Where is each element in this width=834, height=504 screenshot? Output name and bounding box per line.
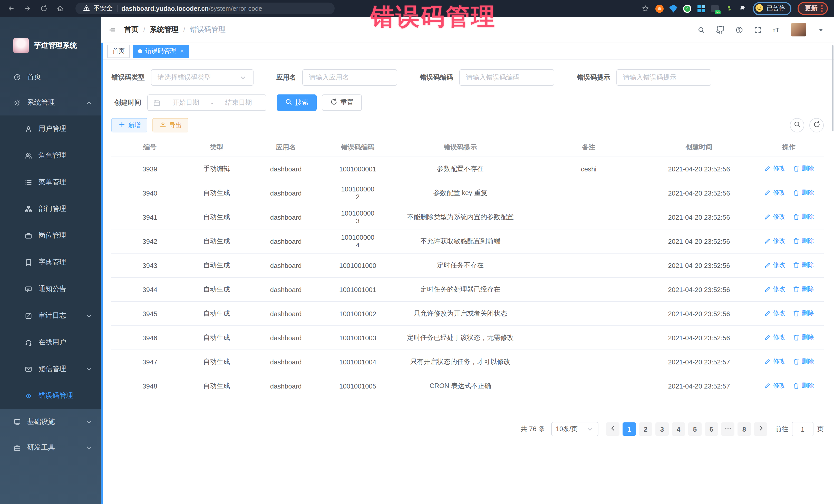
- next-page-button[interactable]: [754, 422, 767, 436]
- delete-link[interactable]: 删除: [792, 188, 814, 197]
- error-code-input[interactable]: 请输入错误码编码: [459, 69, 554, 86]
- sidebar-item-menu-management[interactable]: 菜单管理: [0, 169, 101, 196]
- sidebar-item-audit-log[interactable]: 审计日志: [0, 302, 101, 329]
- edit-link[interactable]: 修改: [764, 381, 785, 390]
- delete-link[interactable]: 删除: [792, 333, 814, 342]
- delete-link[interactable]: 删除: [792, 285, 814, 293]
- breadcrumb-separator: /: [143, 26, 145, 34]
- sidebar-item-post-management[interactable]: 岗位管理: [0, 222, 101, 249]
- page-button-8[interactable]: 8: [738, 422, 751, 436]
- reload-icon[interactable]: [40, 5, 48, 12]
- edit-pen-icon: [764, 333, 771, 341]
- sidebar-item-error-code-management[interactable]: 错误码管理: [0, 382, 101, 409]
- page-button-4[interactable]: 4: [672, 422, 685, 436]
- delete-link[interactable]: 删除: [792, 381, 814, 390]
- export-button[interactable]: 导出: [152, 118, 188, 132]
- orange-extension-icon[interactable]: [655, 4, 664, 13]
- browser-profile-chip[interactable]: 已暂停: [753, 2, 791, 15]
- scrollbar-thumb[interactable]: [832, 45, 833, 131]
- edit-link[interactable]: 修改: [764, 164, 785, 173]
- page-button-1[interactable]: 1: [622, 422, 636, 436]
- page-button-6[interactable]: 6: [705, 422, 718, 436]
- date-range-picker[interactable]: 开始日期 - 结束日期: [147, 94, 266, 111]
- error-msg-input[interactable]: 请输入错误码提示: [616, 69, 711, 86]
- blue-grid-extension-icon[interactable]: [697, 4, 705, 13]
- edit-link[interactable]: 修改: [764, 261, 785, 269]
- sidebar-item-system-management[interactable]: 系统管理: [0, 90, 101, 115]
- delete-link[interactable]: 删除: [792, 309, 814, 317]
- sidebar-item-label: 部门管理: [39, 204, 66, 214]
- delete-link[interactable]: 删除: [792, 261, 814, 269]
- search-icon[interactable]: [698, 26, 705, 34]
- sidebar-toggle-icon[interactable]: [108, 26, 116, 34]
- page-button-5[interactable]: 5: [688, 422, 702, 436]
- blue-gem-extension-icon[interactable]: [669, 4, 678, 13]
- page-button-2[interactable]: 2: [639, 422, 652, 436]
- app-logo[interactable]: 芋道管理系统: [0, 17, 101, 64]
- tab-错误码管理[interactable]: 错误码管理×: [133, 44, 189, 58]
- fullscreen-icon[interactable]: [754, 26, 762, 34]
- sidebar-item-online-users[interactable]: 在线用户: [0, 329, 101, 356]
- sidebar-item-dev-tools[interactable]: 研发工具: [0, 435, 101, 460]
- breadcrumb-item[interactable]: 系统管理: [150, 25, 179, 35]
- github-icon[interactable]: [716, 25, 725, 34]
- add-button[interactable]: 新增: [111, 118, 147, 132]
- sidebar-item-home[interactable]: 首页: [0, 64, 101, 90]
- puzzle-extensions-icon[interactable]: [739, 4, 747, 13]
- list-on-extension-icon[interactable]: on: [711, 5, 719, 12]
- breadcrumb-item[interactable]: 首页: [124, 25, 138, 35]
- edit-link[interactable]: 修改: [764, 309, 785, 317]
- reset-button[interactable]: 重置: [322, 94, 362, 111]
- page-button-3[interactable]: 3: [655, 422, 669, 436]
- edit-link[interactable]: 修改: [764, 236, 785, 245]
- edit-link[interactable]: 修改: [764, 333, 785, 342]
- bookmark-star-icon[interactable]: [641, 5, 649, 12]
- more-menu-icon[interactable]: [821, 5, 823, 12]
- gear-icon: [13, 99, 21, 107]
- sidebar-item-role-management[interactable]: 角色管理: [0, 142, 101, 169]
- sidebar-item-user-management[interactable]: 用户管理: [0, 115, 101, 142]
- caret-down-icon[interactable]: [817, 26, 825, 34]
- forward-icon[interactable]: [24, 5, 31, 12]
- edit-link[interactable]: 修改: [764, 285, 785, 293]
- error-type-select[interactable]: 请选择错误码类型: [151, 69, 254, 86]
- close-icon[interactable]: ×: [180, 48, 184, 54]
- search-button[interactable]: 搜索: [277, 94, 317, 111]
- font-size-icon[interactable]: TT: [772, 26, 780, 34]
- sidebar-item-notice-announcement[interactable]: 通知公告: [0, 276, 101, 302]
- home-icon[interactable]: [57, 5, 64, 12]
- trash-icon: [792, 213, 800, 220]
- error-code-table: 编号类型应用名错误码编码错误码提示备注创建时间操作 3939手动编辑dashbo…: [111, 137, 824, 398]
- edit-link[interactable]: 修改: [764, 212, 785, 221]
- page-size-select[interactable]: 10条/页: [551, 422, 598, 436]
- cell-message: 只允许修改为开启或者关闭状态: [389, 309, 532, 318]
- edit-link[interactable]: 修改: [764, 188, 785, 197]
- delete-link[interactable]: 删除: [792, 236, 814, 245]
- sidebar-item-dept-management[interactable]: 部门管理: [0, 196, 101, 222]
- infrastructure-icon: [13, 418, 21, 426]
- sidebar-item-infrastructure[interactable]: 基础设施: [0, 409, 101, 435]
- tab-首页[interactable]: 首页: [107, 44, 130, 58]
- sidebar-item-dict-management[interactable]: 字典管理: [0, 249, 101, 276]
- security-chip[interactable]: 不安全: [83, 4, 113, 13]
- browser-update-button[interactable]: 更新: [797, 2, 828, 15]
- delete-link[interactable]: 删除: [792, 164, 814, 173]
- cell-app: dashboard: [245, 310, 327, 317]
- goto-page-input[interactable]: [792, 422, 813, 436]
- green-key-extension-icon[interactable]: [725, 4, 733, 13]
- toggle-search-button[interactable]: [790, 118, 804, 132]
- user-avatar[interactable]: [791, 23, 806, 37]
- delete-link[interactable]: 删除: [792, 212, 814, 221]
- delete-link[interactable]: 删除: [792, 357, 814, 366]
- sidebar-item-sms-management[interactable]: 短信管理: [0, 356, 101, 382]
- address-bar[interactable]: 不安全 dashboard.yudao.iocoder.cn/system/er…: [75, 3, 335, 14]
- more-pages-button[interactable]: [721, 422, 734, 436]
- cell-code: 1001001001: [327, 286, 389, 293]
- prev-page-button[interactable]: [606, 422, 619, 436]
- green-check-extension-icon[interactable]: ✓: [683, 4, 691, 13]
- edit-link[interactable]: 修改: [764, 357, 785, 366]
- app-name-input[interactable]: 请输入应用名: [302, 69, 397, 86]
- refresh-table-button[interactable]: [809, 118, 824, 132]
- back-icon[interactable]: [7, 5, 15, 12]
- help-icon[interactable]: [736, 26, 743, 34]
